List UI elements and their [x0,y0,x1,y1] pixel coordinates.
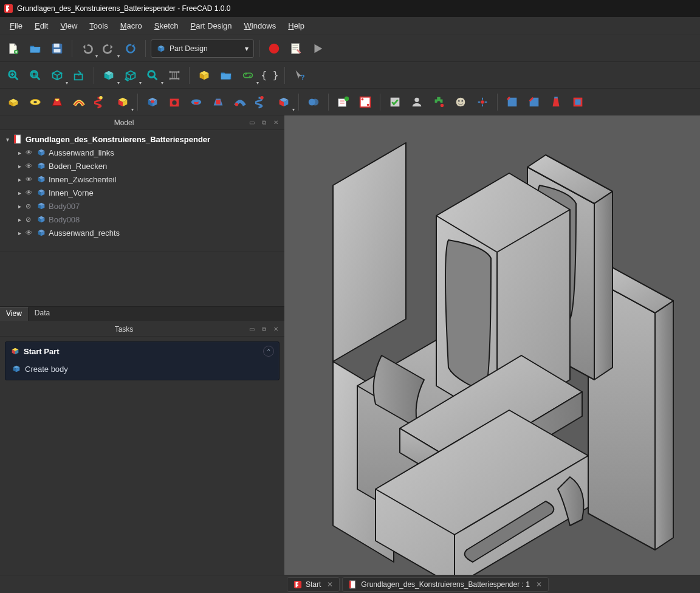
draw-style-button[interactable]: ▾ [99,66,118,85]
panel-close-icon[interactable]: ✕ [271,324,281,334]
pad-button[interactable] [4,92,23,112]
menu-part-design[interactable]: Part Design [185,19,238,33]
tree-item[interactable]: ▸👁Aussenwand_rechts [1,226,283,239]
redo-button[interactable]: ▾ [99,39,118,58]
fit-selection-button[interactable] [26,66,45,85]
tree-item[interactable]: ▸👁Innen_Zwischenteil [1,173,283,186]
expand-icon[interactable]: ▾ [4,136,11,143]
visibility-icon[interactable]: 👁 [26,229,34,236]
create-part-button[interactable] [194,66,214,85]
visibility-icon[interactable]: 👁 [26,189,34,196]
menu-macro[interactable]: Macro [114,19,148,33]
close-icon[interactable]: ✕ [536,580,542,589]
visibility-icon[interactable]: 👁 [26,162,34,170]
sync-view-button[interactable]: ▾ [143,66,162,85]
validate-sketch-button[interactable] [385,92,405,112]
menu-file[interactable]: File [4,19,29,33]
macro-run-button[interactable] [308,39,328,58]
subtractive-pipe-button[interactable] [230,92,250,112]
menu-edit[interactable]: Edit [29,19,54,33]
undo-button[interactable]: ▾ [77,39,97,58]
expand-icon[interactable]: ▸ [16,190,23,196]
menu-view[interactable]: View [54,19,83,33]
tab-start[interactable]: Start ✕ [287,577,340,592]
tree-item[interactable]: ▸⊘Body007 [1,199,283,213]
collapse-icon[interactable]: ⌃ [263,346,274,357]
link-button[interactable]: ▾ [238,66,258,85]
align-view-button[interactable] [69,66,89,85]
create-group-button[interactable] [216,66,236,85]
expand-icon[interactable]: ▸ [16,176,23,183]
macro-edit-button[interactable] [286,39,306,58]
thickness-button[interactable] [568,92,588,112]
subtractive-loft-button[interactable] [208,92,228,112]
groove-button[interactable] [187,92,206,112]
expand-icon[interactable]: ▸ [16,230,23,236]
tree-item[interactable]: ▸👁Boden_Ruecken [1,159,283,173]
revolution-button[interactable] [26,92,45,112]
bounding-box-button[interactable]: ▾ [121,66,140,85]
open-file-button[interactable] [26,39,45,58]
visibility-icon[interactable]: 👁 [26,149,34,156]
tree-item[interactable]: ▸👁Innen_Vorne [1,186,283,199]
tab-document[interactable]: Grundlagen_des_Konstruierens_Batteriespe… [342,577,549,592]
panel-minimize-icon[interactable]: ▭ [247,324,256,334]
save-file-button[interactable] [47,39,67,58]
user-icon-button[interactable] [407,92,427,112]
3d-viewport[interactable] [284,115,700,575]
subtractive-primitive-button[interactable]: ▾ [274,92,293,112]
visibility-icon[interactable]: ⊘ [26,202,34,210]
subtractive-helix-button[interactable] [252,92,272,112]
close-icon[interactable]: ✕ [327,580,333,589]
tree-item[interactable]: ▸⊘Body008 [1,213,283,226]
tree-root[interactable]: ▾ Grundlagen_des_Konstruierens_Batteries… [1,132,283,146]
refresh-button[interactable] [121,39,140,58]
new-file-button[interactable] [4,39,23,58]
datum-point-button[interactable] [473,92,492,112]
body-icon [12,364,21,374]
task-create-body[interactable]: Create body [5,360,279,380]
measure-button[interactable] [165,66,184,85]
additive-helix-button[interactable] [91,92,111,112]
panel-maximize-icon[interactable]: ⧉ [259,324,269,334]
appearance-button[interactable] [451,92,470,112]
isometric-view-button[interactable]: ▾ [47,66,67,85]
pocket-button[interactable] [143,92,162,112]
menu-sketch[interactable]: Sketch [148,19,185,33]
tab-data[interactable]: Data [29,307,56,321]
draft-button[interactable] [546,92,566,112]
visibility-icon[interactable]: 👁 [26,176,34,183]
panel-maximize-icon[interactable]: ⧉ [259,118,269,128]
expand-icon[interactable]: ▸ [16,163,23,170]
fit-all-button[interactable] [4,66,23,85]
panel-minimize-icon[interactable]: ▭ [247,118,256,128]
sketch-create-button[interactable] [334,92,353,112]
macro-record-button[interactable] [264,39,284,58]
expand-icon[interactable]: ▸ [16,149,23,156]
additive-primitive-button[interactable]: ▾ [113,92,132,112]
sketch-edit-button[interactable] [355,92,375,112]
addon-button[interactable] [429,92,448,112]
menu-help[interactable]: Help [282,19,311,33]
model-tree[interactable]: ▾ Grundlagen_des_Konstruierens_Batteries… [0,130,284,252]
tree-item[interactable]: ▸👁Aussenwand_links [1,146,283,159]
boolean-button[interactable] [304,92,323,112]
svg-point-5 [269,43,280,53]
workbench-selector[interactable]: Part Design ▾ [151,39,254,58]
menu-tools[interactable]: Tools [83,19,114,33]
var-set-button[interactable]: { } [260,66,280,85]
menu-windows[interactable]: Windows [238,19,283,33]
task-group-header[interactable]: Start Part ⌃ [5,342,279,360]
chamfer-button[interactable] [524,92,544,112]
expand-icon[interactable]: ▸ [16,203,23,210]
hole-button[interactable] [165,92,184,112]
additive-pipe-button[interactable] [69,92,89,112]
fillet-button[interactable] [503,92,522,112]
expand-icon[interactable]: ▸ [16,216,23,223]
panel-close-icon[interactable]: ✕ [271,118,281,128]
dropdown-icon: ▾ [161,80,163,86]
additive-loft-button[interactable] [47,92,67,112]
tab-view[interactable]: View [0,307,29,321]
help-whats-this-button[interactable]: ? [290,66,309,85]
visibility-icon[interactable]: ⊘ [26,216,34,224]
